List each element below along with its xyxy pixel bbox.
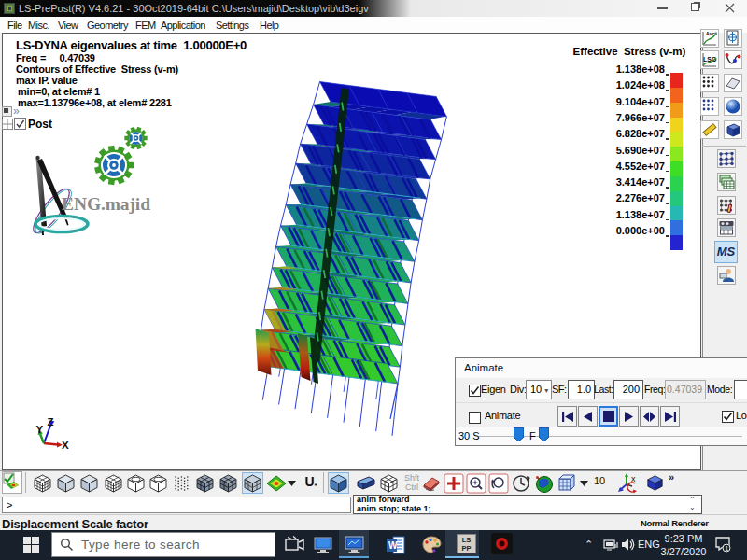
svg-text:Ascii: Ascii xyxy=(706,31,718,36)
svg-text:W: W xyxy=(388,540,398,551)
svg-text:X: X xyxy=(62,440,69,451)
svg-text:Y: Y xyxy=(36,424,44,435)
svg-text:Z: Z xyxy=(48,416,54,427)
svg-text:1: 1 xyxy=(725,544,728,553)
